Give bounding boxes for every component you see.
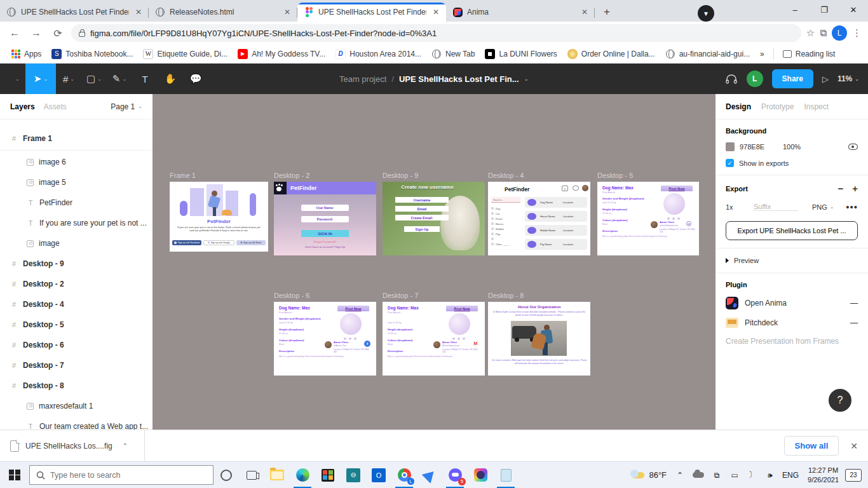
post-now-button[interactable]: Post Now <box>337 306 369 311</box>
language-indicator[interactable]: ENG <box>780 471 801 480</box>
canvas-frame-desktop9[interactable]: Create new username Username Email Creat… <box>383 182 485 255</box>
colour-dropdown[interactable]: Colour (dropdown) <box>388 339 413 342</box>
height-dropdown[interactable]: Height (dropdown) <box>388 328 412 331</box>
bookmark-item[interactable]: S Toshiba Notebook... <box>48 47 137 61</box>
tray-expand-icon[interactable]: ⌃ <box>672 471 688 480</box>
canvas-frame-desktop6[interactable]: Dog Name: Max Prize Amount Gender and We… <box>274 302 376 376</box>
wifi-icon[interactable]: 〕 <box>744 470 761 480</box>
maximize-button[interactable]: ❐ <box>810 0 839 19</box>
filter-other[interactable]: Other: ____ <box>491 241 509 247</box>
onedrive-button[interactable] <box>689 462 707 488</box>
username-field[interactable]: Username <box>395 197 449 203</box>
pen-tool-icon[interactable]: ✎⌄ <box>107 64 132 94</box>
chrome-button[interactable]: L <box>391 462 417 488</box>
canvas-frame-desktop7[interactable]: Dog Name: Max Prize Amount male 25-29 kg… <box>383 302 485 376</box>
layer-item-desktop9[interactable]: #Desktop - 9 <box>0 254 153 274</box>
figma-menu-icon[interactable]: ⌄ <box>0 64 25 94</box>
height-dropdown[interactable]: Height (dropdown) <box>602 208 627 211</box>
filter-parrot[interactable]: Parrot <box>491 216 509 221</box>
forward-icon[interactable]: → <box>28 25 44 41</box>
sign-up-button[interactable]: Sign Up <box>404 226 440 232</box>
layer-item-image6[interactable]: image 6 <box>0 152 153 172</box>
layer-item-petfinder-text[interactable]: TPetFinder <box>0 193 153 213</box>
layer-item-ifyouaresure-text[interactable]: TIf you are sure your pet is not ... <box>0 213 153 233</box>
figma-canvas[interactable]: Frame 1 PetFinder If you are sure your p… <box>153 94 715 430</box>
browser-tab-4[interactable]: Anima ✕ <box>446 3 595 22</box>
email-field[interactable]: Email <box>395 206 449 212</box>
username-field[interactable]: User Name: <box>301 205 349 211</box>
remove-export-icon[interactable]: − <box>837 183 843 194</box>
notification-center-button[interactable]: 23 <box>845 469 862 482</box>
sign-in-button[interactable]: SIGN IN <box>301 230 349 237</box>
discord-button[interactable]: 5 <box>442 462 468 488</box>
bookmark-apps[interactable]: Apps <box>8 48 45 60</box>
preview-row[interactable]: Preview <box>715 248 868 273</box>
user-avatar[interactable] <box>582 185 588 191</box>
breadcrumb-file[interactable]: UPE ShellHacks Lost Pet Fin... <box>399 74 519 84</box>
bookmark-item[interactable]: D Houston Area 2014... <box>332 47 425 61</box>
layer-item-desktop4[interactable]: #Desktop - 4 <box>0 294 153 315</box>
bookmark-star-icon[interactable]: ☆ <box>806 27 815 39</box>
minimize-button[interactable]: – <box>780 0 810 19</box>
extensions-icon[interactable]: ⧉ <box>820 27 827 39</box>
edge-button[interactable] <box>290 462 315 488</box>
refresh-icon[interactable]: ⟳ <box>50 25 66 41</box>
frame-tool-icon[interactable]: #⌄ <box>56 64 81 94</box>
browser-menu-icon[interactable]: ⋮ <box>852 27 862 39</box>
export-scale[interactable]: 1x <box>726 203 749 211</box>
taskbar-search[interactable] <box>29 465 214 485</box>
colour-dropdown[interactable]: Colour (dropdown) <box>279 339 304 342</box>
close-downloads-icon[interactable]: ✕ <box>850 441 858 451</box>
frame-label[interactable]: Desktop - 4 <box>488 172 524 179</box>
tab-close-icon[interactable]: ✕ <box>133 7 144 17</box>
browser-tab-1[interactable]: UPE ShellHacks Lost Pet Finder.p ✕ <box>0 3 149 22</box>
signup-link[interactable]: Don't have an account? Sign Up <box>274 245 376 248</box>
zoom-control[interactable]: 11% ⌄ <box>837 74 859 83</box>
signup-google-button[interactable]: GSign up with Google <box>203 240 234 245</box>
temperature[interactable]: 86°F <box>649 470 667 480</box>
tab-design[interactable]: Design <box>726 102 751 111</box>
pet-list-row[interactable]: Rabbit NameLocation: <box>525 225 587 236</box>
shape-tool-icon[interactable]: ▢⌄ <box>81 64 107 94</box>
figma-avatar[interactable]: L <box>747 71 763 87</box>
send-icon[interactable]: ✉ <box>686 221 691 226</box>
gender-dropdown[interactable]: Gender and Weight (dropdown) <box>602 197 644 200</box>
add-post-icon[interactable]: + <box>562 186 568 191</box>
canvas-frame-frame1[interactable]: PetFinder If you are sure your pet is no… <box>170 182 268 252</box>
vscode-button[interactable] <box>417 462 442 488</box>
post-now-button[interactable]: Post Now <box>661 186 693 191</box>
layer-item-image[interactable]: image <box>0 233 153 254</box>
forgot-password-link[interactable]: Forgot Password? <box>274 240 376 243</box>
canvas-frame-desktop5[interactable]: Dog Name: Max Prize Amount Gender and We… <box>597 182 699 255</box>
tab-close-icon[interactable]: ✕ <box>282 7 292 17</box>
canvas-frame-desktop4[interactable]: PetFinder + Search... Dog Cat Parrot Hor… <box>488 182 590 255</box>
facebook-icon[interactable]: f <box>364 341 370 347</box>
gmail-icon[interactable]: M <box>472 340 479 347</box>
color-swatch[interactable] <box>726 142 735 151</box>
move-tool-icon[interactable]: ➤⌄ <box>25 64 56 94</box>
close-button[interactable]: ✕ <box>839 0 868 19</box>
cortana-button[interactable] <box>214 462 239 488</box>
layer-item-desktop2[interactable]: #Desktop - 2 <box>0 274 153 294</box>
layer-item-maxresdefault[interactable]: maxresdefault 1 <box>0 396 153 416</box>
new-tab-button[interactable]: + <box>599 4 615 20</box>
layer-item-desktop6[interactable]: #Desktop - 6 <box>0 335 153 355</box>
post-now-button[interactable]: Post Now <box>446 306 478 311</box>
blue-app-button[interactable]: O <box>366 462 391 488</box>
format-select[interactable]: PNG ⌄ <box>812 203 834 211</box>
tab-close-icon[interactable]: ✕ <box>580 7 590 17</box>
remove-plugin-icon[interactable]: — <box>850 299 858 308</box>
layer-item-frame1[interactable]: #Frame 1 <box>0 128 153 149</box>
tab-assets[interactable]: Assets <box>44 102 67 111</box>
browser-avatar[interactable]: L <box>832 25 847 41</box>
url-field[interactable]: figma.com/file/0rLFP9D81U8HqY07Yg1iCN/UP… <box>71 24 801 42</box>
back-icon[interactable]: ← <box>6 25 23 41</box>
tab-layers[interactable]: Layers <box>10 102 35 111</box>
plugin-pitchdeck[interactable]: Pitchdeck — <box>726 318 858 328</box>
frame-label[interactable]: Desktop - 9 <box>383 172 418 179</box>
clock[interactable]: 12:27 PM 9/26/2021 <box>803 466 844 484</box>
remove-plugin-icon[interactable]: — <box>850 318 858 327</box>
gender-dropdown[interactable]: Gender and Weight (dropdown) <box>279 317 321 320</box>
password-field[interactable]: Password: <box>301 216 349 222</box>
add-export-icon[interactable]: + <box>852 183 858 194</box>
